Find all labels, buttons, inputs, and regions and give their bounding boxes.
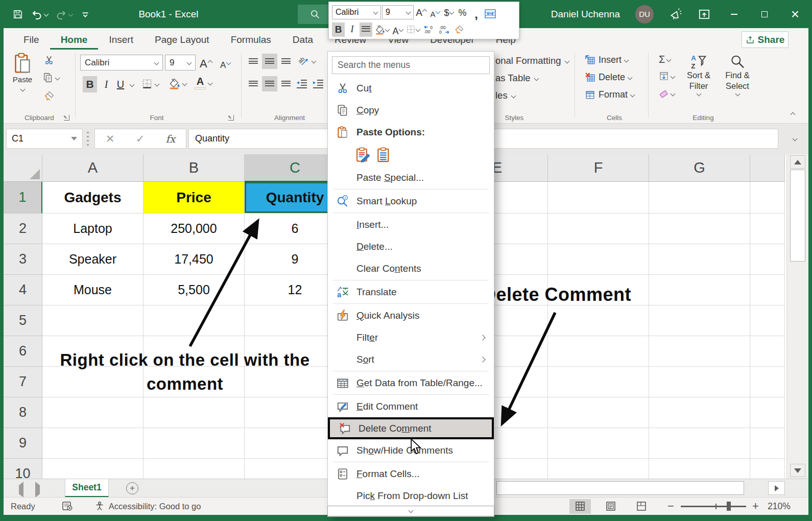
mini-comma-format-icon[interactable]: , xyxy=(470,5,483,19)
sheet-tab-sheet1[interactable]: Sheet1 xyxy=(65,479,109,498)
row-header-7[interactable]: 7 xyxy=(4,367,42,397)
zoom-level[interactable]: 210% xyxy=(768,501,791,512)
row-header-1[interactable]: 1 xyxy=(4,182,42,214)
cell[interactable] xyxy=(750,367,785,397)
normal-view-icon[interactable] xyxy=(569,499,591,514)
cell[interactable] xyxy=(750,275,785,305)
column-header-f[interactable]: F xyxy=(548,154,649,182)
cell[interactable] xyxy=(144,305,245,336)
column-header-g[interactable]: G xyxy=(649,154,750,182)
cell[interactable]: 250,000 xyxy=(144,214,245,244)
cell[interactable] xyxy=(548,428,649,459)
align-center-icon[interactable] xyxy=(262,76,277,91)
menu-item-edit-comment[interactable]: Edit Comment xyxy=(328,395,494,417)
cell[interactable] xyxy=(750,428,785,459)
cell[interactable] xyxy=(750,182,785,214)
underline-dropdown[interactable] xyxy=(130,82,135,87)
menu-item-insert[interactable]: Insert... xyxy=(328,214,494,235)
tab-home[interactable]: Home xyxy=(50,30,99,50)
scroll-down-icon[interactable] xyxy=(790,464,805,477)
tab-file[interactable]: File xyxy=(13,30,50,50)
menu-item-translate[interactable]: aTranslate xyxy=(328,281,494,303)
zoom-slider-thumb[interactable] xyxy=(727,502,731,511)
cell[interactable]: Gadgets xyxy=(42,182,144,214)
italic-button[interactable]: I xyxy=(100,76,113,92)
save-icon[interactable] xyxy=(12,9,23,20)
formula-bar-resizer[interactable] xyxy=(87,132,89,146)
row-header-9[interactable]: 9 xyxy=(4,428,42,459)
menu-item-paste-special[interactable]: Paste Special... xyxy=(328,167,494,188)
underline-button[interactable]: U xyxy=(114,76,127,92)
mini-align-center-icon[interactable] xyxy=(360,22,372,37)
cell[interactable] xyxy=(750,459,785,479)
insert-function-icon[interactable]: fx xyxy=(166,133,176,145)
paste-values-icon[interactable] xyxy=(376,147,391,162)
scroll-right-icon[interactable] xyxy=(768,481,785,495)
paste-keep-formatting-icon[interactable] xyxy=(355,147,371,162)
cut-icon[interactable] xyxy=(43,55,55,66)
menu-item-pick-from-drop-down-list[interactable]: Pick From Drop-down List xyxy=(328,485,494,507)
mini-format-painter-icon[interactable] xyxy=(452,22,465,37)
row-header-2[interactable]: 2 xyxy=(4,214,42,244)
cell[interactable] xyxy=(649,336,750,367)
orientation-icon[interactable]: ab xyxy=(298,55,316,67)
vertical-scroll-thumb[interactable] xyxy=(790,170,805,262)
cell[interactable] xyxy=(42,459,144,479)
accessibility-status[interactable]: Accessibility: Good to go xyxy=(109,502,201,511)
align-right-icon[interactable] xyxy=(278,76,294,91)
copy-icon[interactable] xyxy=(42,72,59,83)
menu-item-delete-comment[interactable]: Delete Comment xyxy=(328,417,494,439)
menu-item-delete[interactable]: Delete... xyxy=(328,235,494,257)
cell[interactable] xyxy=(548,182,649,214)
cell[interactable] xyxy=(750,214,785,244)
avatar[interactable]: DU xyxy=(635,5,654,23)
close-button[interactable]: × xyxy=(787,7,803,22)
feedback-megaphone-icon[interactable] xyxy=(669,8,682,21)
maximize-button[interactable] xyxy=(757,7,772,22)
cell[interactable] xyxy=(42,397,144,428)
horizontal-scroll-thumb[interactable] xyxy=(496,481,744,495)
undo-icon[interactable] xyxy=(31,8,48,20)
cell[interactable] xyxy=(649,459,750,479)
mini-fill-color-icon[interactable] xyxy=(373,22,390,37)
zoom-in-button[interactable]: + xyxy=(752,500,759,513)
format-as-table-fragment[interactable]: as Table xyxy=(495,73,538,84)
mini-accounting-format-icon[interactable]: $ xyxy=(442,5,455,19)
row-header-10[interactable]: 10 xyxy=(4,459,42,479)
mini-italic-button[interactable]: I xyxy=(346,22,359,37)
conditional-formatting-fragment[interactable]: onal Formatting xyxy=(495,55,569,66)
zoom-out-button[interactable]: − xyxy=(667,500,674,513)
cell[interactable] xyxy=(548,336,649,367)
cell[interactable]: Speaker xyxy=(42,244,144,275)
mini-bold-button[interactable]: B xyxy=(332,22,345,37)
menu-item-sort[interactable]: Sort xyxy=(328,348,494,370)
row-header-5[interactable]: 5 xyxy=(4,305,42,336)
vertical-scrollbar[interactable] xyxy=(786,154,808,479)
menu-item-format-cells[interactable]: Format Cells... xyxy=(328,463,494,485)
cell[interactable] xyxy=(649,367,750,397)
menu-item-cut[interactable]: Cut xyxy=(328,77,494,99)
scroll-up-icon[interactable] xyxy=(790,155,805,169)
fill-down-icon[interactable] xyxy=(659,71,675,81)
row-header-3[interactable]: 3 xyxy=(4,244,42,275)
format-cells-button[interactable]: Format xyxy=(585,89,634,100)
cell[interactable] xyxy=(649,275,750,305)
cell[interactable] xyxy=(750,244,785,275)
tab-page-layout[interactable]: Page Layout xyxy=(144,30,220,50)
menu-item-paste-options[interactable]: Paste Options: xyxy=(328,121,494,143)
menu-item-clear-contents[interactable]: Clear Contents xyxy=(328,257,494,279)
menu-item-copy[interactable]: Copy xyxy=(328,99,494,121)
customize-quick-access-icon[interactable] xyxy=(80,9,91,20)
column-header-a[interactable]: A xyxy=(42,154,144,182)
find-select-button[interactable]: Find & Select xyxy=(718,54,757,96)
cell[interactable]: Laptop xyxy=(42,214,144,244)
borders-icon[interactable] xyxy=(141,78,159,89)
ribbon-display-options-icon[interactable] xyxy=(698,8,711,21)
align-middle-icon[interactable] xyxy=(262,54,277,69)
cell[interactable] xyxy=(548,305,649,336)
macro-record-icon[interactable] xyxy=(62,501,73,511)
mini-font-name-combo[interactable]: Calibri xyxy=(332,5,381,19)
cell[interactable]: 17,450 xyxy=(144,244,245,275)
format-painter-icon[interactable] xyxy=(43,90,55,102)
page-break-view-icon[interactable] xyxy=(631,499,652,514)
